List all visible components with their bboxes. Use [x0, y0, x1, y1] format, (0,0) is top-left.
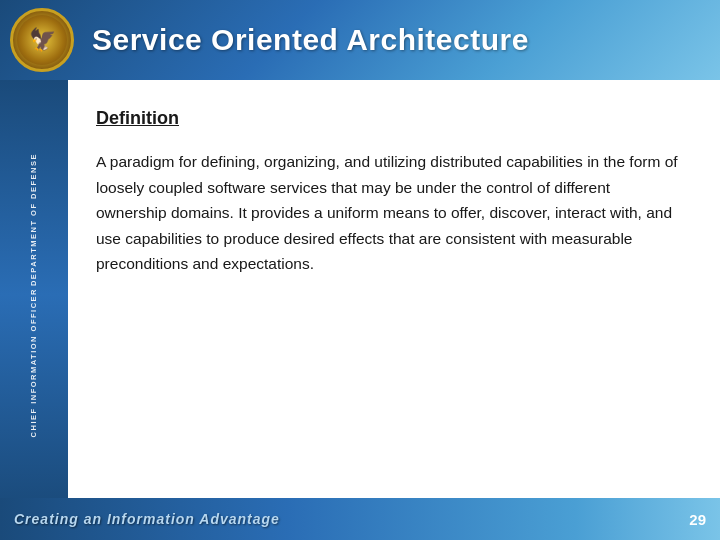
footer-page-number: 29	[689, 511, 706, 528]
slide: 🦅 Service Oriented Architecture DEPARTME…	[0, 0, 720, 540]
seal-inner: 🦅	[17, 15, 67, 65]
footer-tagline: Creating an Information Advantage	[14, 511, 280, 527]
banner-line-1: DEPARTMENT OF DEFENSE	[30, 153, 38, 286]
eagle-icon: 🦅	[29, 27, 56, 53]
content-area: Definition A paradigm for defining, orga…	[68, 80, 720, 498]
footer-bar: Creating an Information Advantage 29	[0, 498, 720, 540]
left-banner: DEPARTMENT OF DEFENSE CHIEF INFORMATION …	[0, 80, 68, 510]
definition-body: A paradigm for defining, organizing, and…	[96, 149, 684, 277]
banner-text-container: DEPARTMENT OF DEFENSE CHIEF INFORMATION …	[30, 152, 38, 438]
banner-line-2: CHIEF INFORMATION OFFICER	[30, 288, 38, 437]
slide-title: Service Oriented Architecture	[92, 23, 529, 57]
dod-seal: 🦅	[10, 8, 74, 72]
definition-heading: Definition	[96, 108, 684, 129]
header-bar: 🦅 Service Oriented Architecture	[0, 0, 720, 80]
